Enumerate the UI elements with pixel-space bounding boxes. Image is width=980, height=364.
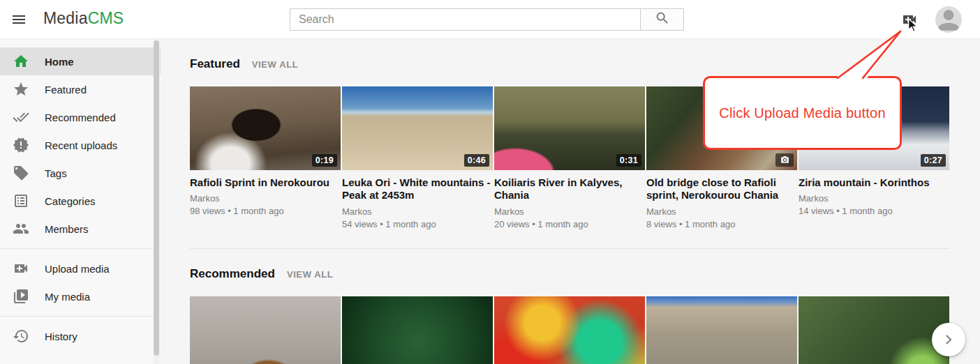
sidebar-divider [0, 248, 152, 249]
media-thumbnail[interactable] [190, 296, 341, 364]
media-thumbnail[interactable]: 0:31 [494, 86, 645, 170]
recommended-section-title: Recommended [190, 267, 275, 281]
search-button[interactable] [640, 8, 684, 31]
media-thumbnail[interactable]: 0:27 [799, 86, 949, 170]
media-title[interactable]: Old bridge close to Rafioli sprint, Nero… [646, 176, 797, 202]
sidebar-item-label: Recommended [45, 112, 116, 123]
media-thumbnail[interactable]: 0:19 [190, 86, 341, 170]
sidebar: Home Featured Recommended Recent uploads… [0, 39, 161, 364]
search-bar [290, 8, 684, 31]
media-thumbnail[interactable] [342, 296, 493, 364]
media-author[interactable]: Markos [190, 193, 341, 204]
sidebar-item-label: Featured [45, 84, 87, 96]
sidebar-item-recent-uploads[interactable]: Recent uploads [0, 131, 161, 159]
hamburger-menu-icon[interactable] [10, 11, 28, 28]
done-all-icon [13, 109, 29, 126]
sidebar-item-label: History [45, 331, 77, 342]
chevron-right-icon [939, 330, 958, 349]
video-library-icon [13, 288, 29, 305]
camera-icon [780, 156, 789, 165]
media-meta: 14 views • 1 month ago [799, 206, 949, 216]
home-icon [13, 53, 29, 70]
featured-section: Featured VIEW ALL 0:19 Rafioli Sprint in… [190, 57, 949, 249]
sidebar-item-recommended[interactable]: Recommended [0, 103, 161, 131]
media-card[interactable]: 0:31 Koiliaris River in Kalyves, Chania … [494, 86, 645, 229]
user-avatar[interactable] [935, 6, 962, 33]
media-thumbnail[interactable] [799, 296, 949, 364]
video-call-icon [901, 18, 918, 30]
logo-media: Media [43, 9, 88, 27]
media-card[interactable]: 0:27 Ziria mountain - Korinthos Markos 1… [799, 86, 949, 229]
sidebar-scrollbar-track [154, 39, 160, 364]
media-author[interactable]: Markos [494, 206, 645, 217]
tag-icon [13, 165, 29, 181]
media-meta: 8 views • 1 month ago [646, 219, 797, 229]
top-header: MediaCMS [0, 0, 980, 39]
sidebar-item-tags[interactable]: Tags [0, 159, 161, 187]
media-meta: 98 views • 1 month ago [190, 206, 341, 216]
media-title[interactable]: Ziria mountain - Korinthos [799, 176, 949, 189]
sidebar-item-label: Upload media [45, 263, 110, 275]
media-meta: 20 views • 1 month ago [494, 219, 645, 229]
sidebar-item-label: Recent uploads [45, 139, 117, 151]
video-call-icon [13, 260, 29, 277]
new-releases-icon [13, 137, 29, 153]
main-content: Featured VIEW ALL 0:19 Rafioli Sprint in… [161, 39, 980, 364]
sidebar-item-home[interactable]: Home [0, 47, 161, 75]
image-type-badge [775, 153, 794, 167]
sidebar-item-label: Categories [45, 195, 96, 207]
star-icon [13, 81, 29, 98]
upload-media-button[interactable] [901, 11, 918, 28]
sidebar-item-members[interactable]: Members [0, 215, 161, 243]
media-author[interactable]: Markos [646, 206, 797, 217]
sidebar-divider [0, 316, 152, 317]
sidebar-item-label: Home [45, 56, 74, 68]
media-card[interactable]: Old bridge close to Rafioli sprint, Nero… [646, 86, 797, 229]
featured-cards-row: 0:19 Rafioli Sprint in Nerokourou Markos… [190, 86, 949, 229]
sidebar-item-featured[interactable]: Featured [0, 75, 161, 103]
sidebar-item-label: Members [45, 223, 89, 235]
media-card[interactable] [190, 296, 341, 364]
search-input[interactable] [290, 8, 640, 31]
media-title[interactable]: Rafioli Sprint in Nerokourou [190, 176, 341, 189]
recommended-view-all-link[interactable]: VIEW ALL [287, 269, 333, 280]
duration-badge: 0:31 [616, 154, 641, 167]
search-icon [655, 10, 670, 29]
person-icon [935, 6, 962, 33]
media-card[interactable] [342, 296, 493, 364]
carousel-next-button[interactable] [932, 323, 965, 356]
recommended-cards-row [190, 296, 949, 364]
sidebar-scrollbar-thumb[interactable] [154, 40, 159, 356]
media-thumbnail[interactable] [494, 296, 645, 364]
media-title[interactable]: Koiliaris River in Kalyves, Chania [494, 176, 645, 202]
media-author[interactable]: Markos [799, 193, 949, 204]
sidebar-item-history[interactable]: History [0, 322, 161, 350]
sidebar-item-label: Tags [45, 167, 67, 179]
sidebar-item-upload-media[interactable]: Upload media [0, 255, 161, 282]
media-card[interactable] [646, 296, 797, 364]
sidebar-item-label: My media [45, 291, 90, 303]
app-logo[interactable]: MediaCMS [43, 9, 124, 28]
media-thumbnail[interactable] [646, 296, 797, 364]
sidebar-item-categories[interactable]: Categories [0, 187, 161, 215]
featured-view-all-link[interactable]: VIEW ALL [252, 59, 298, 70]
media-meta: 54 views • 1 month ago [342, 219, 493, 229]
media-card[interactable]: 0:19 Rafioli Sprint in Nerokourou Markos… [190, 86, 341, 229]
media-card[interactable] [494, 296, 645, 364]
recommended-section: Recommended VIEW ALL [190, 267, 980, 364]
history-icon [13, 328, 29, 344]
media-card[interactable]: 0:46 Leuka Ori - White mountains - Peak … [342, 86, 493, 229]
media-author[interactable]: Markos [342, 206, 493, 217]
featured-section-title: Featured [190, 57, 240, 71]
media-title[interactable]: Leuka Ori - White mountains - Peak at 24… [342, 176, 493, 202]
duration-badge: 0:19 [312, 154, 337, 167]
categories-icon [13, 192, 29, 209]
media-thumbnail[interactable] [646, 86, 797, 170]
media-card[interactable] [799, 296, 949, 364]
members-icon [13, 220, 29, 237]
duration-badge: 0:27 [921, 154, 946, 167]
sidebar-item-my-media[interactable]: My media [0, 282, 161, 310]
logo-cms: CMS [88, 9, 124, 27]
duration-badge: 0:46 [464, 154, 489, 167]
media-thumbnail[interactable]: 0:46 [342, 86, 493, 170]
